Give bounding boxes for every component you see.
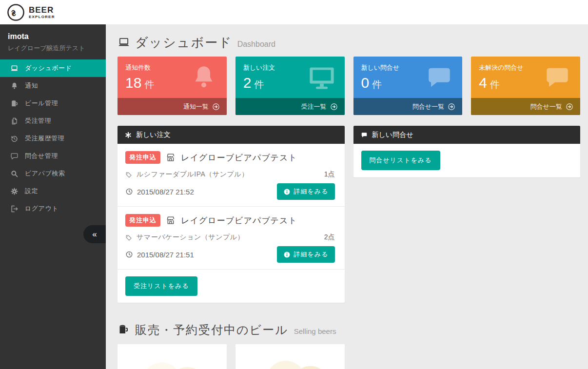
beer-card[interactable] [235,344,345,369]
sidebar-item-label: ビール管理 [25,99,58,108]
bell-icon [10,82,19,90]
sidebar: imota レイグローブ醸造所テスト ダッシュボード通知ビール管理受注管理受注履… [0,24,106,369]
sidebar-item-label: 問合せ管理 [25,152,58,160]
stat-card-0: 通知件数18件通知一覧 [118,57,227,115]
top-bar: e e BEER EXPLORER [0,0,588,24]
order-detail-button-label: 詳細をみる [294,250,329,259]
arrow-circle-icon [566,103,573,111]
order-beer-name: ルシファーダブルIPA（サンプル） [137,170,249,179]
comment-icon [543,63,571,92]
sidebar-collapse-button[interactable]: « [83,225,106,243]
sidebar-item-label: ビアパブ検索 [25,169,65,178]
sidebar-item-2[interactable]: ビール管理 [0,95,106,112]
order-detail-button[interactable]: 詳細をみる [277,183,335,200]
beer-card[interactable] [118,344,227,369]
arrow-circle-icon [212,103,220,111]
stat-cards-row: 通知件数18件通知一覧新しい注文2件受注一覧新しい問合せ0件問合せ一覧未解決の問… [118,57,580,115]
stat-card-footer-label: 受注一覧 [301,102,327,111]
user-name: imota [8,32,98,41]
selling-beers-row [118,344,580,369]
stat-card-footer-link[interactable]: 問合せ一覧 [471,98,580,115]
stat-card-footer-link[interactable]: 問合せ一覧 [353,98,463,115]
brand-logo[interactable]: e e BEER EXPLORER [7,3,55,21]
orders-panel-footer: 受注リストをみる [118,270,345,303]
new-inquiries-panel-header: 新しい問合せ [353,126,581,144]
sidebar-item-0[interactable]: ダッシュボード [0,59,106,77]
logout-icon [10,205,19,213]
sidebar-item-8[interactable]: ログアウト [0,200,106,217]
stat-card-footer-label: 問合せ一覧 [412,102,444,111]
search-icon [10,170,19,178]
sidebar-item-1[interactable]: 通知 [0,77,106,95]
order-date: 2015/08/27 21:52 [137,188,194,196]
store-icon [166,153,176,162]
arrow-circle-icon [448,103,455,111]
view-inquiry-list-button[interactable]: 問合せリストをみる [361,151,440,170]
main-content: ダッシュボード Dashboard 通知件数18件通知一覧新しい注文2件受注一覧… [106,24,588,369]
gear-icon [10,187,19,195]
stat-card-3: 未解決の問合せ4件問合せ一覧 [471,57,580,115]
order-detail-button-label: 詳細をみる [294,187,329,196]
info-icon [283,188,291,195]
new-orders-panel: 新しい注文 発注申込レイグローブビアパブテストルシファーダブルIPA（サンプル）… [118,126,345,303]
brand-name: BEER EXPLORER [29,6,55,19]
store-icon [166,215,176,225]
page-title: ダッシュボード Dashboard [118,34,580,51]
brand-line2: EXPLORER [29,15,55,19]
beer-photo [235,344,345,369]
history-icon [10,135,19,143]
stat-card-footer-link[interactable]: 受注一覧 [235,98,345,115]
comment-icon [361,132,368,138]
sidebar-item-3[interactable]: 受注管理 [0,112,106,130]
monitor-icon [308,63,336,92]
order-beer-name: サマーバケーション（サンプル） [137,233,244,242]
page-title-subtitle: Dashboard [237,40,275,49]
info-icon [283,251,291,258]
order-date: 2015/08/27 21:51 [137,251,194,259]
tag-icon [125,171,133,178]
sidebar-item-label: 設定 [25,187,38,195]
stat-card-top: 新しい注文2件 [235,57,345,98]
stat-card-top: 通知件数18件 [118,57,227,98]
stat-card-unit: 件 [372,79,382,90]
selling-beers-title: 販売・予約受付中のビール [135,322,288,338]
sidebar-item-5[interactable]: 問合せ管理 [0,147,106,165]
inquiries-panel-body: 問合せリストをみる [353,144,581,177]
order-detail-button[interactable]: 詳細をみる [277,246,335,263]
stat-card-footer-link[interactable]: 通知一覧 [118,98,227,115]
sidebar-item-4[interactable]: 受注履歴管理 [0,130,106,147]
sidebar-item-label: 受注履歴管理 [25,134,64,143]
stat-card-footer-label: 通知一覧 [183,102,209,111]
new-orders-panel-header: 新しい注文 [118,126,345,144]
order-status-badge: 発注申込 [125,151,160,164]
stat-card-1: 新しい注文2件受注一覧 [235,57,345,115]
new-orders-panel-title: 新しい注文 [136,131,171,139]
beer-explorer-logo-icon: e e [7,3,25,21]
sidebar-item-6[interactable]: ビアパブ検索 [0,165,106,182]
beer-mug-icon [10,99,19,108]
stat-card-unit: 件 [490,79,500,90]
order-list: 発注申込レイグローブビアパブテストルシファーダブルIPA（サンプル）1点2015… [118,144,345,270]
new-inquiries-panel: 新しい問合せ 問合せリストをみる [353,126,581,177]
sidebar-item-label: ダッシュボード [25,64,72,73]
bell-icon [190,63,218,92]
arrow-circle-icon [330,103,338,111]
burst-icon [125,132,132,138]
stat-card-footer-label: 問合せ一覧 [530,102,562,111]
user-organization: レイグローブ醸造所テスト [8,44,98,53]
selling-beers-section-title: 販売・予約受付中のビール Selling beers [118,322,580,338]
comment-icon [10,152,19,160]
beer-photo [118,344,227,369]
page-title-text: ダッシュボード [135,34,233,51]
stat-card-unit: 件 [254,79,264,90]
laptop-icon [118,36,130,49]
selling-beers-subtitle: Selling beers [294,327,336,335]
view-order-list-button[interactable]: 受注リストをみる [125,276,197,296]
stat-card-unit: 件 [144,79,154,90]
tag-icon [125,234,133,241]
stat-card-top: 未解決の問合せ4件 [471,57,580,98]
documents-icon [10,117,19,125]
sidebar-item-7[interactable]: 設定 [0,182,106,200]
clock-icon [125,251,133,258]
order-row: 発注申込レイグローブビアパブテストルシファーダブルIPA（サンプル）1点2015… [118,144,345,207]
